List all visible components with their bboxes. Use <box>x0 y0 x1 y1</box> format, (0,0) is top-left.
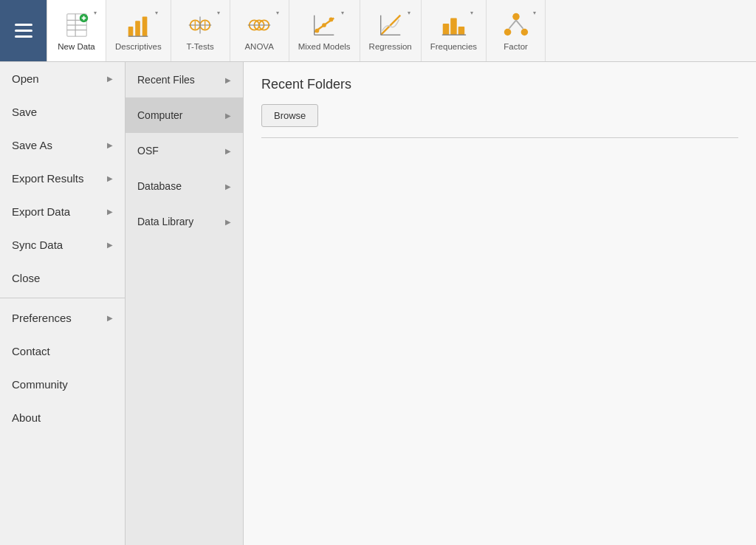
submenu-item-osf[interactable]: OSF ▶ <box>126 133 243 168</box>
submenu-item-data-library[interactable]: Data Library ▶ <box>126 204 243 239</box>
panel-divider <box>261 137 738 138</box>
main-panel: Recent Folders Browse <box>244 62 756 545</box>
sidebar-item-contact[interactable]: Contact <box>0 335 125 368</box>
sidebar-item-export-data-label: Export Data <box>12 205 70 218</box>
toolbar-item-factor[interactable]: ▾ Factor <box>487 0 546 61</box>
sync-data-chevron-icon: ▶ <box>107 241 113 249</box>
sidebar-item-export-results[interactable]: Export Results ▶ <box>0 162 125 195</box>
sidebar-item-export-results-label: Export Results <box>12 172 84 185</box>
toolbar-item-new-data[interactable]: ▾ New Data <box>47 0 106 61</box>
submenu-item-recent-files[interactable]: Recent Files ▶ <box>126 62 243 97</box>
svg-line-38 <box>509 20 516 28</box>
sidebar-item-save-as[interactable]: Save As ▶ <box>0 128 125 162</box>
recent-folders-title: Recent Folders <box>261 77 738 92</box>
new-data-icon: ▾ <box>63 11 91 39</box>
sidebar-item-export-data[interactable]: Export Data ▶ <box>0 195 125 228</box>
svg-point-36 <box>504 28 511 35</box>
toolbar-item-factor-label: Factor <box>504 42 528 51</box>
export-results-chevron-icon: ▶ <box>107 174 113 182</box>
toolbar-item-new-data-label: New Data <box>58 42 95 51</box>
sidebar-item-about-label: About <box>12 411 41 424</box>
svg-rect-8 <box>128 26 134 35</box>
submenu-item-computer-label: Computer <box>137 109 182 121</box>
svg-rect-31 <box>443 24 450 35</box>
submenu-item-data-library-label: Data Library <box>137 216 193 227</box>
svg-line-28 <box>380 15 400 35</box>
toolbar-item-regression[interactable]: ▾ Regression <box>360 0 422 61</box>
svg-rect-32 <box>451 18 458 35</box>
database-chevron-icon: ▶ <box>225 182 231 191</box>
sidebar-item-save[interactable]: Save <box>0 95 125 128</box>
sidebar-item-open[interactable]: Open ▶ <box>0 62 125 95</box>
toolbar-item-anova[interactable]: ▾ ANOVA <box>230 0 289 61</box>
toolbar: ▾ New Data ▾ Descriptives <box>0 0 756 62</box>
submenu: Recent Files ▶ Computer ▶ OSF ▶ Database… <box>126 62 244 545</box>
regression-icon: ▾ <box>377 11 405 39</box>
svg-point-24 <box>322 23 326 27</box>
submenu-item-database[interactable]: Database ▶ <box>126 168 243 204</box>
sidebar-divider <box>0 298 125 298</box>
submenu-item-database-label: Database <box>137 180 182 192</box>
hamburger-button[interactable] <box>0 0 47 61</box>
toolbar-item-descriptives-label: Descriptives <box>115 42 162 51</box>
mixed-models-icon: ▾ <box>310 11 338 39</box>
sidebar-item-contact-label: Contact <box>12 345 50 357</box>
svg-rect-33 <box>458 26 465 34</box>
browse-button[interactable]: Browse <box>261 104 318 127</box>
hamburger-icon <box>15 24 32 38</box>
sidebar-item-about[interactable]: About <box>0 401 125 434</box>
export-data-chevron-icon: ▶ <box>107 208 113 216</box>
sidebar-item-preferences-label: Preferences <box>12 312 72 324</box>
toolbar-item-frequencies-label: Frequencies <box>430 42 477 51</box>
toolbar-item-t-tests[interactable]: ▾ T-Tests <box>171 0 230 61</box>
sidebar-item-open-label: Open <box>12 72 39 85</box>
svg-rect-10 <box>142 16 148 36</box>
factor-icon: ▾ <box>502 11 530 39</box>
sidebar-item-close-label: Close <box>12 272 40 284</box>
computer-chevron-icon: ▶ <box>225 112 231 120</box>
data-library-chevron-icon: ▶ <box>225 218 231 226</box>
svg-point-25 <box>329 17 334 21</box>
svg-point-35 <box>512 13 520 20</box>
frequencies-icon: ▾ <box>439 11 467 39</box>
open-chevron-icon: ▶ <box>107 75 113 83</box>
sidebar: Open ▶ Save Save As ▶ Export Results ▶ E… <box>0 62 126 545</box>
preferences-chevron-icon: ▶ <box>107 314 113 322</box>
toolbar-item-mixed-models[interactable]: ▾ Mixed Models <box>289 0 360 61</box>
submenu-item-computer[interactable]: Computer ▶ <box>126 97 243 133</box>
submenu-item-osf-label: OSF <box>137 145 159 157</box>
sidebar-item-preferences[interactable]: Preferences ▶ <box>0 301 125 335</box>
toolbar-item-anova-label: ANOVA <box>244 42 273 51</box>
sidebar-item-community-label: Community <box>12 378 68 391</box>
toolbar-item-regression-label: Regression <box>369 42 412 51</box>
svg-point-37 <box>520 28 528 35</box>
sidebar-item-sync-data-label: Sync Data <box>12 239 63 251</box>
t-tests-icon: ▾ <box>186 11 214 39</box>
sidebar-item-save-as-label: Save As <box>12 139 52 151</box>
sidebar-item-save-label: Save <box>12 106 37 118</box>
sidebar-item-close[interactable]: Close <box>0 261 125 295</box>
osf-chevron-icon: ▶ <box>225 147 231 155</box>
toolbar-item-t-tests-label: T-Tests <box>187 42 214 51</box>
svg-point-23 <box>315 28 320 32</box>
descriptives-icon: ▾ <box>124 11 152 39</box>
submenu-item-recent-files-label: Recent Files <box>137 74 195 86</box>
content-area: Open ▶ Save Save As ▶ Export Results ▶ E… <box>0 62 756 545</box>
svg-rect-9 <box>136 21 141 36</box>
sidebar-item-community[interactable]: Community <box>0 368 125 401</box>
svg-line-39 <box>516 20 523 28</box>
anova-icon: ▾ <box>245 11 273 39</box>
recent-files-chevron-icon: ▶ <box>225 76 231 84</box>
toolbar-item-mixed-models-label: Mixed Models <box>298 42 351 51</box>
save-as-chevron-icon: ▶ <box>107 141 113 149</box>
toolbar-item-frequencies[interactable]: ▾ Frequencies <box>422 0 487 61</box>
toolbar-item-descriptives[interactable]: ▾ Descriptives <box>106 0 171 61</box>
sidebar-item-sync-data[interactable]: Sync Data ▶ <box>0 228 125 261</box>
